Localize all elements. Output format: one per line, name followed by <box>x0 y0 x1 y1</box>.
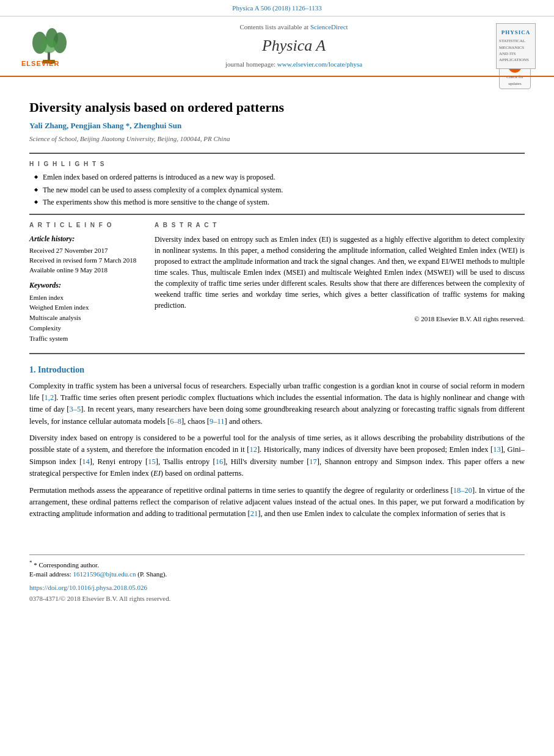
article-info-column: A R T I C L E I N F O Article history: R… <box>29 221 142 344</box>
homepage-label: journal homepage: <box>225 60 277 68</box>
keyword-5: Traffic system <box>29 334 142 344</box>
email-person: (P. Shang). <box>136 570 167 578</box>
top-bar: Physica A 506 (2018) 1126–1133 <box>0 0 554 16</box>
ref-3-5[interactable]: 3–5 <box>70 405 81 413</box>
badge-line3: APPLICATIONS <box>499 57 533 63</box>
badge-line2: AND ITS <box>499 51 533 57</box>
journal-badge: PHYSICA STATISTICAL MECHANICS AND ITS AP… <box>496 23 536 69</box>
intro-paragraph-3: Permutation methods assess the appearanc… <box>29 485 525 520</box>
journal-header: ELSEVIER Contents lists available at Sci… <box>0 16 554 77</box>
contents-label: Contents lists available at <box>239 23 310 31</box>
abstract-header: A B S T R A C T <box>155 221 525 230</box>
homepage-line: journal homepage: www.elsevier.com/locat… <box>92 60 496 70</box>
sciencedirect-link[interactable]: ScienceDirect <box>310 23 348 31</box>
ref-1-2[interactable]: 1,2 <box>45 393 54 402</box>
badge-title: PHYSICA <box>501 29 531 37</box>
ref-13[interactable]: 13 <box>493 445 501 454</box>
section-1-header: 1. Introduction <box>29 364 525 376</box>
homepage-link[interactable]: www.elsevier.com/locate/physa <box>277 60 362 68</box>
highlight-item-3: The experiments show this method is more… <box>34 197 525 208</box>
ref-14[interactable]: 14 <box>82 457 90 466</box>
badge-lines: STATISTICAL MECHANICS AND ITS APPLICATIO… <box>497 38 535 63</box>
main-content: ↻ Check for updates Diversity analysis b… <box>0 77 554 536</box>
ref-12[interactable]: 12 <box>249 445 257 454</box>
intro-paragraph-1: Complexity in traffic system has been a … <box>29 380 525 428</box>
corresponding-author-note: * * Corresponding author. <box>29 559 525 570</box>
received-date: Received 27 November 2017 <box>29 246 142 256</box>
highlight-item-2: The new model can be used to assess comp… <box>34 185 525 195</box>
two-column-section: A R T I C L E I N F O Article history: R… <box>29 221 525 344</box>
issn-line: 0378-4371/© 2018 Elsevier B.V. All right… <box>29 594 525 604</box>
authors: Yali Zhang, Pengjian Shang *, Zhenghui S… <box>29 120 525 132</box>
email-address[interactable]: 16121596@bjtu.edu.cn <box>73 570 136 578</box>
keyword-1: Emlen index <box>29 293 142 303</box>
article-info-header: A R T I C L E I N F O <box>29 221 142 230</box>
elsevier-logo: ELSEVIER <box>18 24 92 67</box>
svg-text:ELSEVIER: ELSEVIER <box>21 60 59 67</box>
highlight-item-1: Emlen index based on ordered patterns is… <box>34 172 525 183</box>
keywords-list: Emlen index Weighed Emlen index Multisca… <box>29 293 142 344</box>
svg-point-4 <box>41 38 57 53</box>
author-list: Yali Zhang, Pengjian Shang *, Zhenghui S… <box>29 121 181 130</box>
email-line: E-mail address: 16121596@bjtu.edu.cn (P.… <box>29 570 525 580</box>
ref-6-8[interactable]: 6–8 <box>170 417 181 426</box>
available-date: Available online 9 May 2018 <box>29 266 142 275</box>
article-history-content: Received 27 November 2017 Received in re… <box>29 246 142 275</box>
keywords-title: Keywords: <box>29 280 142 291</box>
thick-divider-2 <box>29 214 525 215</box>
corresponding-label: * Corresponding author. <box>34 561 99 568</box>
thick-divider-1 <box>29 153 525 154</box>
ref-16[interactable]: 16 <box>216 457 224 466</box>
keyword-4: Complexity <box>29 324 142 333</box>
ref-18-20[interactable]: 18–20 <box>453 486 472 495</box>
diversity-number-text: diversity number <box>250 457 304 466</box>
footer-divider <box>29 554 525 555</box>
keyword-3: Multiscale analysis <box>29 313 142 323</box>
keyword-2: Weighed Emlen index <box>29 303 142 313</box>
highlights-header: H I G H L I G H T S <box>29 160 525 169</box>
highlights-list: Emlen index based on ordered patterns is… <box>34 172 525 208</box>
ref-15[interactable]: 15 <box>148 457 156 466</box>
contents-line: Contents lists available at ScienceDirec… <box>92 23 496 32</box>
copyright: © 2018 Elsevier B.V. All rights reserved… <box>155 314 525 324</box>
abstract-column: A B S T R A C T Diversity index based on… <box>155 221 525 344</box>
badge-line1: STATISTICAL MECHANICS <box>499 38 533 50</box>
journal-title: Physica A <box>92 34 496 57</box>
footer: * * Corresponding author. E-mail address… <box>0 559 554 614</box>
ref-17[interactable]: 17 <box>309 457 317 466</box>
intro-paragraph-2: Diversity index based on entropy is cons… <box>29 432 525 480</box>
ref-9-11[interactable]: 9–11 <box>210 417 225 426</box>
thick-divider-3 <box>29 353 525 354</box>
article-title: Diversity analysis based on ordered patt… <box>29 99 525 116</box>
affiliation: Science of School, Beijing Jiaotong Univ… <box>29 134 525 144</box>
doi-link[interactable]: https://doi.org/10.1016/j.physa.2018.05.… <box>29 583 525 593</box>
elsevier-logo-svg: ELSEVIER <box>18 24 86 67</box>
ref-21[interactable]: 21 <box>250 509 258 518</box>
page: Physica A 506 (2018) 1126–1133 ELSEVIER <box>0 0 554 756</box>
journal-center: Contents lists available at ScienceDirec… <box>92 23 496 70</box>
journal-reference: Physica A 506 (2018) 1126–1133 <box>232 4 321 12</box>
abstract-text: Diversity index based on entropy such as… <box>155 234 525 311</box>
revised-date: Received in revised form 7 March 2018 <box>29 256 142 266</box>
article-history-title: Article history: <box>29 234 142 244</box>
star-icon: * <box>29 559 32 565</box>
email-label: E-mail address: <box>29 570 73 578</box>
